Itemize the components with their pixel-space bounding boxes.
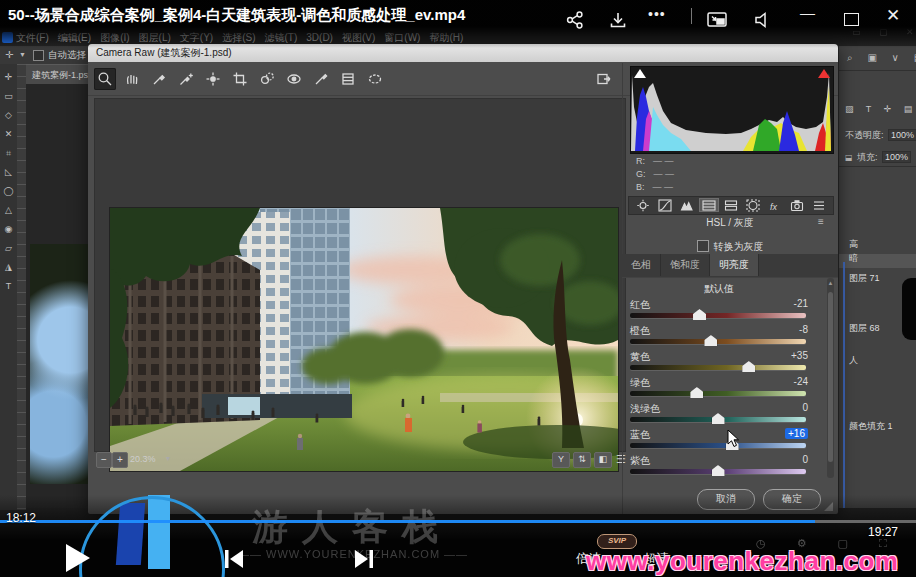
split-toning-icon[interactable] bbox=[721, 198, 741, 212]
slider-track[interactable] bbox=[630, 417, 806, 422]
slider-thumb[interactable] bbox=[690, 387, 703, 398]
zoom-tool-icon[interactable] bbox=[94, 68, 116, 90]
zoom-level-chevron-icon[interactable]: ▾ bbox=[166, 454, 170, 463]
convert-grayscale-checkbox[interactable] bbox=[697, 240, 709, 252]
zoom-out-button[interactable]: − bbox=[96, 452, 112, 468]
download-icon[interactable] bbox=[608, 10, 628, 30]
panel-scrollbar[interactable]: ▲ bbox=[827, 278, 834, 478]
layer-item[interactable]: 高 bbox=[849, 238, 858, 251]
tab-饱和度[interactable]: 饱和度 bbox=[661, 254, 710, 276]
white-balance-icon[interactable] bbox=[148, 68, 170, 90]
brush-tool-icon[interactable]: △ bbox=[3, 205, 14, 216]
slider-thumb[interactable] bbox=[712, 413, 725, 424]
panel-menu-icon[interactable]: ≡ bbox=[818, 216, 824, 227]
share-icon[interactable] bbox=[565, 10, 585, 30]
spot-removal-icon[interactable] bbox=[256, 68, 278, 90]
slider-row-紫色: 紫色0 bbox=[628, 454, 810, 480]
color-sampler-icon[interactable] bbox=[175, 68, 197, 90]
slider-value: 0 bbox=[802, 454, 808, 465]
effects-icon[interactable]: fx bbox=[765, 198, 785, 212]
maximize-icon[interactable] bbox=[844, 13, 859, 26]
fill-value[interactable]: 100% bbox=[882, 151, 911, 163]
camera-calibration-icon[interactable] bbox=[787, 198, 807, 212]
current-time: 18:12 bbox=[6, 511, 36, 525]
layer-item[interactable]: 暗 bbox=[849, 252, 858, 265]
auto-select-checkbox[interactable] bbox=[33, 50, 44, 61]
layer-item[interactable]: 图层 68 bbox=[849, 322, 880, 335]
eyedropper-tool-icon[interactable]: ◺ bbox=[3, 167, 14, 178]
save-options-icon[interactable] bbox=[593, 68, 615, 90]
slider-thumb[interactable] bbox=[712, 465, 725, 476]
slider-track[interactable] bbox=[630, 339, 806, 344]
pen-tool-icon[interactable]: ◮ bbox=[3, 262, 14, 273]
heal-tool-icon[interactable]: ◯ bbox=[3, 186, 14, 197]
crop-icon[interactable] bbox=[229, 68, 251, 90]
slider-track[interactable] bbox=[630, 365, 806, 370]
targeted-adjustment-icon[interactable] bbox=[202, 68, 224, 90]
hand-tool-icon[interactable] bbox=[121, 68, 143, 90]
adjustment-brush-icon[interactable] bbox=[310, 68, 332, 90]
camera-raw-dialog: Camera Raw (建筑案例-1.psd) bbox=[88, 44, 838, 514]
eraser-tool-icon[interactable]: ▱ bbox=[3, 243, 14, 254]
adjustment-panel-tabs: fx bbox=[628, 196, 834, 215]
zoom-level-select[interactable]: 20.3% bbox=[130, 454, 156, 464]
basic-icon[interactable] bbox=[633, 198, 653, 212]
shadow-clipping-warning-icon[interactable] bbox=[634, 69, 646, 78]
slider-thumb[interactable] bbox=[742, 361, 755, 372]
opacity-value[interactable]: 100% bbox=[888, 129, 916, 141]
scroll-up-icon[interactable]: ▲ bbox=[827, 280, 834, 286]
marquee-tool-icon[interactable]: ▭ bbox=[3, 91, 14, 102]
slider-track[interactable] bbox=[630, 391, 806, 396]
histogram-plot bbox=[631, 67, 831, 151]
layer-item[interactable]: 图层 71 bbox=[849, 272, 880, 285]
minimize-icon[interactable]: — bbox=[800, 4, 815, 21]
move-tool-icon[interactable]: ✛ bbox=[3, 72, 14, 83]
slider-track[interactable] bbox=[630, 443, 806, 448]
layer-lock-icons[interactable]: ▨ T ✛ ▤ bbox=[845, 104, 916, 114]
tab-色相[interactable]: 色相 bbox=[622, 254, 661, 276]
red-eye-icon[interactable] bbox=[283, 68, 305, 90]
close-icon[interactable]: ✕ bbox=[886, 5, 900, 26]
preview-image bbox=[110, 208, 618, 471]
chevron-down-icon: ▼ bbox=[19, 51, 26, 58]
crop-tool-icon[interactable]: ⌗ bbox=[3, 148, 14, 159]
progress-bar[interactable] bbox=[0, 520, 916, 523]
scrollbar-thumb[interactable] bbox=[828, 292, 833, 462]
hsl-grayscale-icon[interactable] bbox=[699, 198, 719, 212]
type-tool-icon[interactable]: T bbox=[3, 281, 14, 292]
stamp-tool-icon[interactable]: ◉ bbox=[3, 224, 14, 235]
zoom-in-button[interactable]: + bbox=[112, 452, 128, 468]
default-link[interactable]: 默认值 bbox=[628, 282, 810, 296]
detail-icon[interactable] bbox=[677, 198, 697, 212]
graduated-filter-icon[interactable] bbox=[337, 68, 359, 90]
previous-button[interactable] bbox=[222, 548, 246, 570]
slider-thumb[interactable] bbox=[693, 309, 706, 320]
highlight-clipping-warning-icon[interactable] bbox=[818, 69, 830, 78]
before-after-button[interactable]: ⇅ bbox=[573, 452, 591, 468]
more-icon[interactable]: ••• bbox=[648, 6, 666, 22]
preview-toggle-button[interactable]: Y bbox=[552, 452, 570, 468]
quick-select-tool-icon[interactable]: ✕ bbox=[3, 129, 14, 140]
next-button[interactable] bbox=[352, 548, 376, 570]
lasso-tool-icon[interactable]: ◇ bbox=[3, 110, 14, 121]
grayscale-row: 转换为灰度 bbox=[628, 236, 832, 254]
panel-title: HSL / 灰度 bbox=[628, 216, 832, 230]
pip-icon[interactable] bbox=[706, 10, 728, 30]
slider-thumb[interactable] bbox=[704, 335, 717, 346]
side-drawer-handle[interactable] bbox=[902, 278, 916, 340]
slider-label: 绿色 bbox=[630, 376, 650, 390]
slider-row-橙色: 橙色-8 bbox=[628, 324, 810, 350]
tab-明亮度[interactable]: 明亮度 bbox=[710, 254, 759, 276]
radial-filter-icon[interactable] bbox=[364, 68, 386, 90]
view-settings-icon[interactable]: ☰ bbox=[616, 453, 626, 466]
slider-track[interactable] bbox=[630, 469, 806, 474]
speaker-icon[interactable] bbox=[752, 10, 774, 30]
slider-track[interactable] bbox=[630, 313, 806, 318]
tone-curve-icon[interactable] bbox=[655, 198, 675, 212]
play-button[interactable] bbox=[62, 542, 92, 574]
lens-corrections-icon[interactable] bbox=[743, 198, 763, 212]
presets-icon[interactable] bbox=[809, 198, 829, 212]
layer-item[interactable]: 颜色填充 1 bbox=[849, 420, 893, 433]
swap-views-button[interactable]: ◧ bbox=[594, 452, 612, 468]
layer-item[interactable]: 人 bbox=[849, 354, 858, 367]
